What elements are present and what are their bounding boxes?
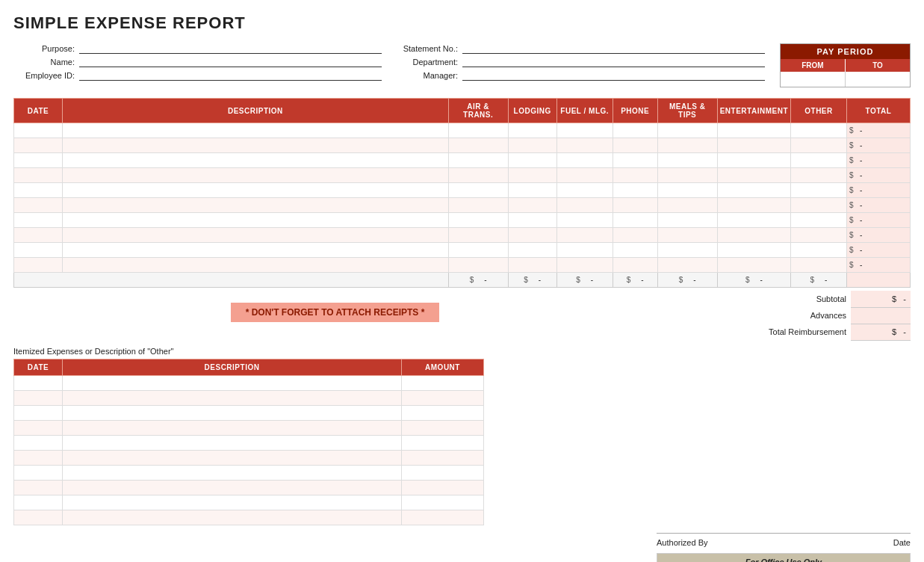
cell-lodging[interactable] xyxy=(508,228,556,243)
list-item[interactable] xyxy=(14,450,484,465)
cell-other[interactable] xyxy=(791,123,847,138)
table-row[interactable]: $ - xyxy=(14,123,911,138)
cell-other[interactable] xyxy=(791,183,847,198)
itemized-cell-date[interactable] xyxy=(14,495,63,510)
cell-date[interactable] xyxy=(14,258,63,273)
itemized-cell-amount[interactable] xyxy=(402,465,484,480)
cell-meals[interactable] xyxy=(657,243,717,258)
table-row[interactable]: $ - xyxy=(14,258,911,273)
cell-fuel[interactable] xyxy=(556,213,613,228)
table-row[interactable]: $ - xyxy=(14,243,911,258)
cell-lodging[interactable] xyxy=(508,183,556,198)
cell-description[interactable] xyxy=(63,258,449,273)
itemized-cell-amount[interactable] xyxy=(402,495,484,510)
cell-other[interactable] xyxy=(791,198,847,213)
cell-other[interactable] xyxy=(791,213,847,228)
cell-other[interactable] xyxy=(791,243,847,258)
cell-meals[interactable] xyxy=(657,153,717,168)
cell-description[interactable] xyxy=(63,243,449,258)
cell-meals[interactable] xyxy=(657,198,717,213)
itemized-cell-description[interactable] xyxy=(63,450,402,465)
itemized-cell-date[interactable] xyxy=(14,405,63,420)
cell-air[interactable] xyxy=(448,258,508,273)
cell-fuel[interactable] xyxy=(556,258,613,273)
cell-phone[interactable] xyxy=(613,138,657,153)
total-reimbursement-value[interactable]: $ - xyxy=(851,324,911,340)
cell-date[interactable] xyxy=(14,183,63,198)
itemized-cell-date[interactable] xyxy=(14,480,63,495)
itemized-cell-amount[interactable] xyxy=(402,450,484,465)
cell-fuel[interactable] xyxy=(556,228,613,243)
cell-description[interactable] xyxy=(63,198,449,213)
itemized-cell-date[interactable] xyxy=(14,450,63,465)
cell-phone[interactable] xyxy=(613,198,657,213)
cell-date[interactable] xyxy=(14,243,63,258)
cell-description[interactable] xyxy=(63,168,449,183)
cell-air[interactable] xyxy=(448,123,508,138)
cell-entertainment[interactable] xyxy=(717,153,790,168)
list-item[interactable] xyxy=(14,435,484,450)
itemized-cell-amount[interactable] xyxy=(402,510,484,525)
cell-air[interactable] xyxy=(448,243,508,258)
cell-phone[interactable] xyxy=(613,123,657,138)
cell-phone[interactable] xyxy=(613,243,657,258)
department-input[interactable] xyxy=(462,57,765,67)
cell-phone[interactable] xyxy=(613,153,657,168)
itemized-cell-amount[interactable] xyxy=(402,435,484,450)
cell-entertainment[interactable] xyxy=(717,168,790,183)
cell-meals[interactable] xyxy=(657,258,717,273)
pay-period-to-input[interactable] xyxy=(846,72,910,87)
subtotal-value[interactable]: $ - xyxy=(851,291,911,307)
itemized-cell-description[interactable] xyxy=(63,405,402,420)
cell-entertainment[interactable] xyxy=(717,123,790,138)
cell-meals[interactable] xyxy=(657,228,717,243)
table-row[interactable]: $ - xyxy=(14,183,911,198)
pay-period-from-input[interactable] xyxy=(781,72,846,87)
itemized-cell-amount[interactable] xyxy=(402,480,484,495)
cell-lodging[interactable] xyxy=(508,198,556,213)
itemized-cell-date[interactable] xyxy=(14,375,63,390)
statement-no-input[interactable] xyxy=(462,43,765,54)
cell-lodging[interactable] xyxy=(508,138,556,153)
cell-air[interactable] xyxy=(448,183,508,198)
table-row[interactable]: $ - xyxy=(14,153,911,168)
cell-other[interactable] xyxy=(791,168,847,183)
cell-lodging[interactable] xyxy=(508,153,556,168)
itemized-cell-date[interactable] xyxy=(14,420,63,435)
cell-description[interactable] xyxy=(63,213,449,228)
itemized-cell-description[interactable] xyxy=(63,420,402,435)
cell-date[interactable] xyxy=(14,138,63,153)
itemized-cell-amount[interactable] xyxy=(402,375,484,390)
cell-meals[interactable] xyxy=(657,123,717,138)
cell-description[interactable] xyxy=(63,183,449,198)
cell-air[interactable] xyxy=(448,153,508,168)
table-row[interactable]: $ - xyxy=(14,168,911,183)
itemized-cell-description[interactable] xyxy=(63,495,402,510)
list-item[interactable] xyxy=(14,390,484,405)
cell-date[interactable] xyxy=(14,198,63,213)
table-row[interactable]: $ - xyxy=(14,138,911,153)
cell-phone[interactable] xyxy=(613,213,657,228)
cell-entertainment[interactable] xyxy=(717,198,790,213)
cell-entertainment[interactable] xyxy=(717,228,790,243)
table-row[interactable]: $ - xyxy=(14,228,911,243)
cell-date[interactable] xyxy=(14,123,63,138)
itemized-cell-description[interactable] xyxy=(63,510,402,525)
cell-lodging[interactable] xyxy=(508,123,556,138)
itemized-cell-amount[interactable] xyxy=(402,420,484,435)
table-row[interactable]: $ - xyxy=(14,213,911,228)
cell-lodging[interactable] xyxy=(508,258,556,273)
cell-phone[interactable] xyxy=(613,168,657,183)
itemized-cell-description[interactable] xyxy=(63,390,402,405)
cell-air[interactable] xyxy=(448,138,508,153)
cell-air[interactable] xyxy=(448,168,508,183)
purpose-input[interactable] xyxy=(79,43,382,54)
cell-entertainment[interactable] xyxy=(717,138,790,153)
cell-fuel[interactable] xyxy=(556,183,613,198)
cell-entertainment[interactable] xyxy=(717,258,790,273)
cell-description[interactable] xyxy=(63,138,449,153)
cell-other[interactable] xyxy=(791,138,847,153)
cell-description[interactable] xyxy=(63,153,449,168)
cell-entertainment[interactable] xyxy=(717,243,790,258)
itemized-cell-date[interactable] xyxy=(14,390,63,405)
